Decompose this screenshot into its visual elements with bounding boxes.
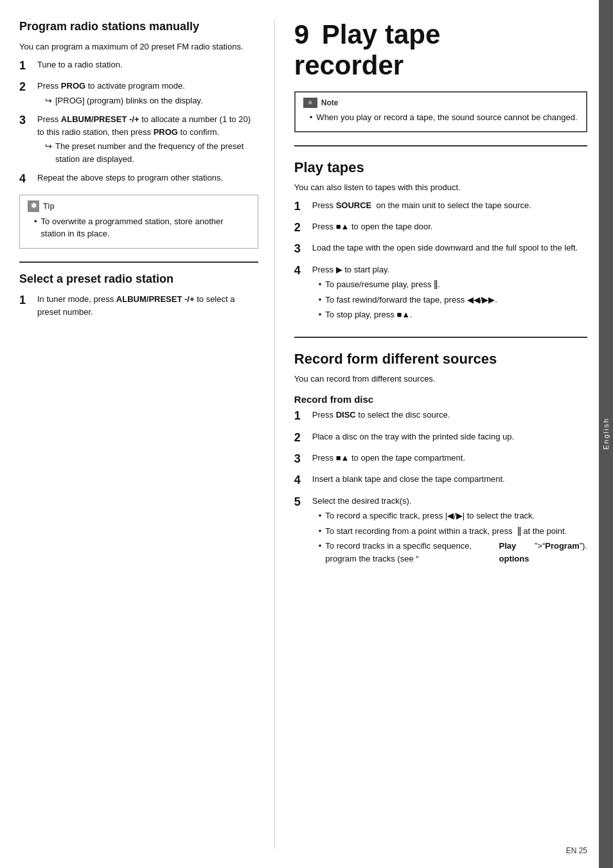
tip-box: ✱ Tip To overwrite a programmed station,… bbox=[19, 195, 258, 249]
chapter-title-line2: recorder bbox=[294, 50, 404, 80]
tip-bullet-1: To overwrite a programmed station, store… bbox=[34, 215, 250, 240]
disc-step-2-num: 2 bbox=[294, 430, 308, 445]
select-preset-steps: 1 In tuner mode, press ALBUM/PRESET -/+ … bbox=[19, 293, 258, 318]
play-step-1: 1 Press SOURCE on the main unit to selec… bbox=[294, 199, 587, 214]
record-from-disc: Record from disc 1 Press DISC to select … bbox=[294, 394, 587, 567]
preset-step-1: 1 In tuner mode, press ALBUM/PRESET -/+ … bbox=[19, 293, 258, 318]
record-disc-heading: Record from disc bbox=[294, 394, 587, 405]
disc-step-3-num: 3 bbox=[294, 452, 308, 466]
disc-step-3-content: Press ■▲ to open the tape compartment. bbox=[312, 452, 587, 465]
step-2-num: 2 bbox=[19, 80, 33, 94]
select-preset-heading: Select a preset radio station bbox=[19, 272, 258, 287]
step-4-content: Repeat the above steps to program other … bbox=[37, 172, 258, 184]
page-number: EN 25 bbox=[566, 846, 587, 855]
disc-step-5-num: 5 bbox=[294, 495, 308, 509]
play-step-2: 2 Press ■▲ to open the tape door. bbox=[294, 220, 587, 235]
left-divider bbox=[19, 261, 258, 263]
note-bullets: When you play or record a tape, the soun… bbox=[310, 111, 578, 124]
disc-step-4: 4 Insert a blank tape and close the tape… bbox=[294, 473, 587, 488]
disc-step-3: 3 Press ■▲ to open the tape compartment. bbox=[294, 452, 587, 466]
step-4: 4 Repeat the above steps to program othe… bbox=[19, 172, 258, 186]
play-step-4-content: Press ▶ to start play. To pause/resume p… bbox=[312, 263, 587, 324]
play-step-2-num: 2 bbox=[294, 220, 308, 235]
note-bullet-1-text: When you play or record a tape, the soun… bbox=[316, 111, 577, 124]
note-icon: ≡ bbox=[303, 98, 317, 108]
disc-step-5-bullets: To record a specific track, press |◀/▶| … bbox=[319, 509, 587, 565]
step-3-num: 3 bbox=[19, 113, 33, 128]
step-2-sub: [PROG] (program) blinks on the display. bbox=[37, 94, 258, 107]
page-footer: EN 25 bbox=[566, 846, 587, 855]
play-step-3: 3 Load the tape with the open side downw… bbox=[294, 242, 587, 256]
note-bullet-1: When you play or record a tape, the soun… bbox=[310, 111, 578, 124]
tip-header: ✱ Tip bbox=[28, 200, 250, 212]
preset-step-1-num: 1 bbox=[19, 293, 33, 308]
side-tab-text: English bbox=[602, 418, 610, 450]
step-4-num: 4 bbox=[19, 172, 33, 186]
step-1-num: 1 bbox=[19, 58, 33, 73]
main-content: Program radio stations manually You can … bbox=[0, 0, 613, 868]
play-step-4-num: 4 bbox=[294, 263, 308, 278]
tip-bullets: To overwrite a programmed station, store… bbox=[34, 215, 250, 240]
play-step-3-content: Load the tape with the open side downwar… bbox=[312, 242, 587, 254]
play-step-1-num: 1 bbox=[294, 199, 308, 214]
play-bullet-2: To fast rewind/forward the tape, press ◀… bbox=[319, 294, 587, 306]
side-tab: English bbox=[599, 0, 613, 868]
disc-step-4-content: Insert a blank tape and close the tape c… bbox=[312, 473, 587, 486]
play-step-3-num: 3 bbox=[294, 242, 308, 256]
tip-bullet-1-text: To overwrite a programmed station, store… bbox=[41, 215, 250, 240]
play-step-1-content: Press SOURCE on the main unit to select … bbox=[312, 199, 587, 212]
disc-step-5: 5 Select the desired track(s). To record… bbox=[294, 495, 587, 568]
tip-label: Tip bbox=[43, 202, 55, 211]
section-select-preset: Select a preset radio station 1 In tuner… bbox=[19, 272, 258, 318]
disc-step-5-content: Select the desired track(s). To record a… bbox=[312, 495, 587, 568]
play-step-4-bullets: To pause/resume play, press ǁ. To fast r… bbox=[319, 278, 587, 321]
right-divider-1 bbox=[294, 145, 587, 146]
right-divider-2 bbox=[294, 337, 587, 338]
step-3: 3 Press ALBUM/PRESET -/+ to allocate a n… bbox=[19, 113, 258, 165]
right-column: 9 Play tape recorder ≡ Note When you pla… bbox=[275, 19, 587, 849]
disc-bullet-3: To record tracks in a specific sequence,… bbox=[319, 540, 587, 565]
disc-step-2: 2 Place a disc on the tray with the prin… bbox=[294, 430, 587, 445]
program-radio-steps: 1 Tune to a radio station. 2 Press PROG … bbox=[19, 58, 258, 187]
play-step-4: 4 Press ▶ to start play. To pause/resume… bbox=[294, 263, 587, 324]
step-1: 1 Tune to a radio station. bbox=[19, 58, 258, 73]
page-container: English Program radio stations manually … bbox=[0, 0, 613, 868]
note-header: ≡ Note bbox=[303, 98, 578, 108]
chapter-title-line1: Play tape bbox=[322, 19, 440, 49]
preset-step-1-content: In tuner mode, press ALBUM/PRESET -/+ to… bbox=[37, 293, 258, 318]
step-3-sub: The preset number and the frequency of t… bbox=[37, 140, 258, 165]
play-tapes-steps: 1 Press SOURCE on the main unit to selec… bbox=[294, 199, 587, 324]
play-bullet-3: To stop play, press ■▲. bbox=[319, 308, 587, 321]
left-column: Program radio stations manually You can … bbox=[19, 19, 275, 849]
play-bullet-1: To pause/resume play, press ǁ. bbox=[319, 278, 587, 291]
play-tapes-heading: Play tapes bbox=[294, 159, 587, 176]
disc-step-4-num: 4 bbox=[294, 473, 308, 488]
program-radio-intro: You can program a maximum of 20 preset F… bbox=[19, 40, 258, 53]
disc-step-2-content: Place a disc on the tray with the printe… bbox=[312, 430, 587, 443]
section-play-tapes: Play tapes You can also listen to tapes … bbox=[294, 159, 587, 324]
disc-step-1: 1 Press DISC to select the disc source. bbox=[294, 409, 587, 423]
chapter-title: 9 Play tape recorder bbox=[294, 19, 587, 82]
disc-step-1-num: 1 bbox=[294, 409, 308, 423]
step-1-content: Tune to a radio station. bbox=[37, 58, 258, 71]
section-record: Record form different sources You can re… bbox=[294, 351, 587, 568]
note-box: ≡ Note When you play or record a tape, t… bbox=[294, 91, 587, 133]
note-label: Note bbox=[321, 98, 339, 107]
record-intro: You can record from different sources. bbox=[294, 373, 587, 385]
program-radio-heading: Program radio stations manually bbox=[19, 19, 258, 34]
play-step-2-content: Press ■▲ to open the tape door. bbox=[312, 220, 587, 233]
step-2-content: Press PROG to activate program mode. [PR… bbox=[37, 80, 258, 107]
record-disc-steps: 1 Press DISC to select the disc source. … bbox=[294, 409, 587, 567]
step-3-content: Press ALBUM/PRESET -/+ to allocate a num… bbox=[37, 113, 258, 165]
record-heading: Record form different sources bbox=[294, 351, 587, 368]
step-2: 2 Press PROG to activate program mode. [… bbox=[19, 80, 258, 107]
disc-bullet-2: To start recording from a point within a… bbox=[319, 525, 587, 538]
tip-icon: ✱ bbox=[28, 200, 39, 212]
disc-step-1-content: Press DISC to select the disc source. bbox=[312, 409, 587, 421]
disc-bullet-1: To record a specific track, press |◀/▶| … bbox=[319, 509, 587, 522]
chapter-heading: 9 Play tape recorder bbox=[294, 19, 587, 82]
play-tapes-intro: You can also listen to tapes with this p… bbox=[294, 181, 587, 194]
section-program-radio: Program radio stations manually You can … bbox=[19, 19, 258, 249]
chapter-num: 9 bbox=[294, 19, 309, 49]
